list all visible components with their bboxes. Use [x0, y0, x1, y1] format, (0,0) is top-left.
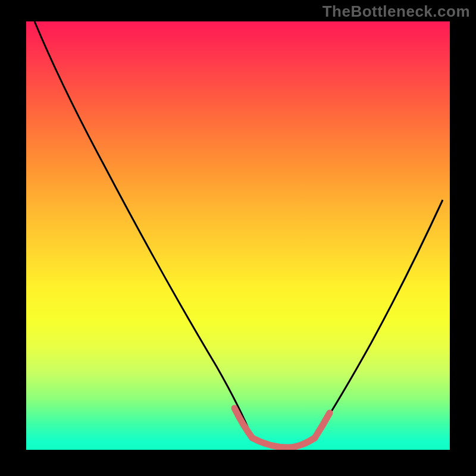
- highlight-right-tip: [315, 413, 330, 438]
- watermark-text: TheBottleneck.com: [322, 2, 470, 21]
- curve-layer: [26, 21, 450, 450]
- curve-right-branch: [315, 200, 443, 438]
- highlight-left-tip: [234, 408, 252, 438]
- chart-frame: TheBottleneck.com: [0, 0, 476, 476]
- curve-left-branch: [35, 21, 252, 438]
- highlight-valley: [252, 438, 315, 447]
- plot-area: [26, 21, 450, 450]
